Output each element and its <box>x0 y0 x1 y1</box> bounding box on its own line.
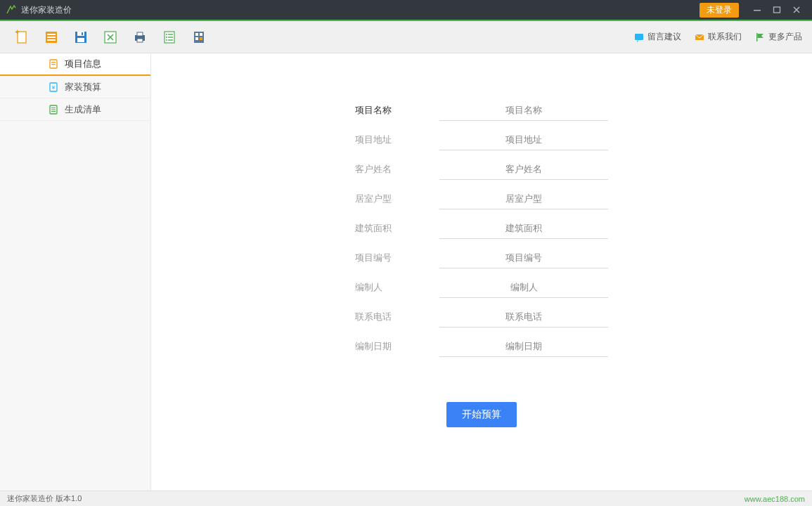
label-project-no: 项目编号 <box>355 252 411 264</box>
statusbar: 迷你家装造价 版本1.0 www.aec188.com <box>0 491 812 506</box>
project-info-icon <box>48 58 59 70</box>
sidebar-item-label: 家装预算 <box>65 81 101 93</box>
svg-rect-29 <box>756 33 758 41</box>
list-button[interactable] <box>157 25 181 49</box>
svg-rect-2 <box>18 32 26 43</box>
input-phone[interactable] <box>439 306 608 327</box>
svg-rect-17 <box>168 34 173 34</box>
label-project-name: 项目名称 <box>355 104 411 117</box>
svg-point-18 <box>166 37 167 38</box>
svg-rect-6 <box>47 39 56 41</box>
form-row-area: 建筑面积 <box>355 214 608 243</box>
contact-link[interactable]: 联系我们 <box>694 31 742 43</box>
feedback-link[interactable]: 留言建议 <box>633 31 681 43</box>
minimize-button[interactable] <box>747 0 767 20</box>
contact-label: 联系我们 <box>708 31 742 43</box>
form-row-project-name: 项目名称 <box>355 96 608 125</box>
app-title: 迷你家装造价 <box>21 4 72 16</box>
calculator-button[interactable] <box>187 25 211 49</box>
generate-list-icon <box>48 104 59 115</box>
sidebar: 项目信息 ¥ 家装预算 生成清单 <box>0 53 151 491</box>
svg-rect-19 <box>168 37 173 37</box>
maximize-button[interactable] <box>767 0 787 20</box>
project-form: 项目名称 项目地址 客户姓名 居室户型 建筑面积 项目编号 <box>355 53 608 427</box>
form-row-project-no: 项目编号 <box>355 243 608 273</box>
input-preparer[interactable] <box>439 277 608 298</box>
mail-icon <box>694 32 705 43</box>
input-project-no[interactable] <box>439 247 608 268</box>
svg-rect-37 <box>51 109 56 110</box>
input-room-type[interactable] <box>439 188 608 209</box>
login-status-badge[interactable]: 未登录 <box>700 3 739 18</box>
svg-rect-32 <box>51 64 56 65</box>
svg-rect-8 <box>77 32 84 36</box>
new-file-icon <box>14 30 30 45</box>
svg-rect-4 <box>47 34 56 35</box>
budget-icon: ¥ <box>48 82 59 93</box>
label-area: 建筑面积 <box>355 222 411 235</box>
input-date[interactable] <box>439 336 608 357</box>
feedback-icon <box>633 32 645 43</box>
save-button[interactable] <box>69 25 93 49</box>
svg-rect-13 <box>137 32 143 36</box>
label-customer-name: 客户姓名 <box>355 163 411 176</box>
more-products-link[interactable]: 更多产品 <box>754 31 802 43</box>
label-preparer: 编制人 <box>355 281 411 294</box>
svg-rect-25 <box>195 37 198 40</box>
status-url[interactable]: www.aec188.com <box>745 495 805 503</box>
svg-point-20 <box>166 39 167 41</box>
print-button[interactable] <box>128 25 152 49</box>
input-customer-name[interactable] <box>439 159 608 180</box>
svg-rect-26 <box>200 37 202 40</box>
app-logo-icon <box>6 4 17 15</box>
sidebar-item-label: 项目信息 <box>65 58 101 70</box>
export-excel-button[interactable] <box>98 25 122 49</box>
svg-rect-23 <box>195 33 198 36</box>
form-row-date: 编制日期 <box>355 332 608 361</box>
svg-rect-24 <box>200 33 202 36</box>
body-area: 项目信息 ¥ 家装预算 生成清单 项目名称 项目地址 客 <box>0 53 812 491</box>
label-date: 编制日期 <box>355 340 411 353</box>
svg-rect-36 <box>51 108 56 108</box>
svg-rect-0 <box>754 10 761 11</box>
print-icon <box>132 30 148 45</box>
new-file-button[interactable] <box>10 25 34 49</box>
close-button[interactable] <box>787 0 806 20</box>
input-project-address[interactable] <box>439 129 608 150</box>
excel-icon <box>103 30 118 45</box>
sidebar-item-budget[interactable]: ¥ 家装预算 <box>0 76 150 98</box>
form-row-project-address: 项目地址 <box>355 125 608 155</box>
input-project-name[interactable] <box>439 100 608 121</box>
toolbar: 留言建议 联系我们 更多产品 <box>0 21 812 53</box>
form-row-room-type: 居室户型 <box>355 184 608 214</box>
svg-rect-38 <box>51 111 56 112</box>
svg-rect-14 <box>137 39 143 42</box>
open-folder-icon <box>44 30 59 45</box>
more-products-label: 更多产品 <box>768 31 802 43</box>
svg-rect-21 <box>168 39 173 40</box>
form-row-preparer: 编制人 <box>355 273 608 302</box>
save-icon <box>73 30 89 45</box>
label-phone: 联系电话 <box>355 311 411 323</box>
start-budget-button[interactable]: 开始预算 <box>446 402 517 427</box>
flag-icon <box>754 32 766 43</box>
sidebar-item-project-info[interactable]: 项目信息 <box>0 53 150 76</box>
svg-text:¥: ¥ <box>51 84 56 91</box>
input-area[interactable] <box>439 218 608 239</box>
form-row-phone: 联系电话 <box>355 302 608 332</box>
sidebar-item-generate[interactable]: 生成清单 <box>0 98 150 121</box>
svg-rect-5 <box>47 37 56 38</box>
open-folder-button[interactable] <box>39 25 63 49</box>
svg-rect-1 <box>774 7 780 13</box>
svg-point-16 <box>166 34 167 35</box>
label-room-type: 居室户型 <box>355 193 411 205</box>
form-row-customer-name: 客户姓名 <box>355 155 608 184</box>
svg-rect-9 <box>82 32 83 35</box>
svg-rect-31 <box>51 62 56 63</box>
main-panel: 项目名称 项目地址 客户姓名 居室户型 建筑面积 项目编号 <box>151 53 812 491</box>
svg-rect-27 <box>635 34 643 40</box>
status-app-version: 迷你家装造价 版本1.0 <box>7 493 82 504</box>
svg-rect-10 <box>77 38 84 42</box>
titlebar: 迷你家装造价 未登录 <box>0 0 812 20</box>
label-project-address: 项目地址 <box>355 134 411 146</box>
